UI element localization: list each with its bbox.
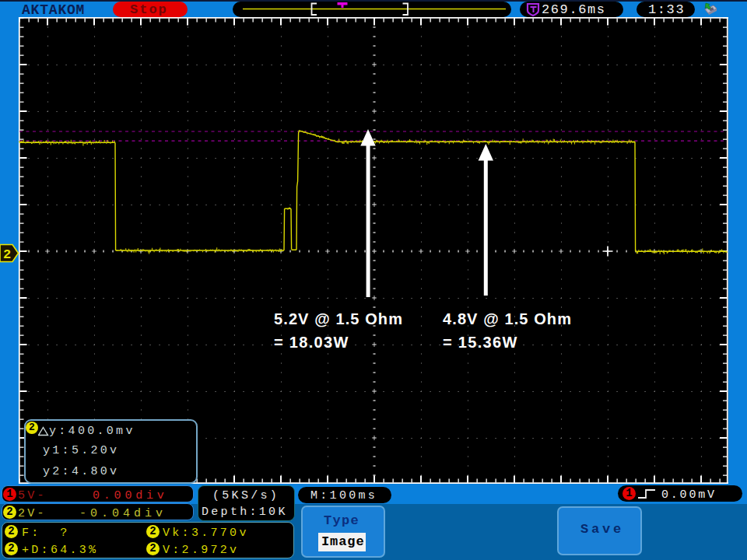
svg-text:2: 2 <box>3 247 11 262</box>
